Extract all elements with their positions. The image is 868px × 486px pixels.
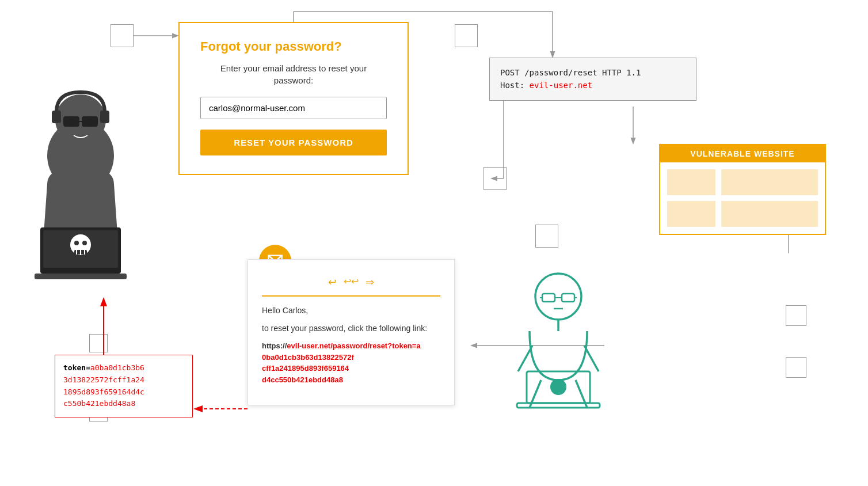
token-key: token= (63, 363, 90, 372)
link-token-3: d4cc550b421ebdd48a8 (262, 375, 343, 384)
vuln-block-4 (721, 201, 818, 227)
svg-rect-16 (100, 111, 109, 123)
svg-point-23 (74, 241, 79, 245)
email-greeting: Hello Carlos, (262, 305, 440, 317)
vuln-website-content (667, 169, 818, 227)
svg-point-24 (82, 241, 87, 245)
vuln-website-title: VULNERABLE WEBSITE (660, 145, 825, 162)
link-token-2: cff1a241895d893f659164 (262, 364, 349, 373)
svg-point-40 (550, 379, 566, 395)
reply-icon[interactable]: ↩ (328, 276, 337, 288)
vulnerable-website-card: VULNERABLE WEBSITE (659, 144, 826, 235)
link-token-1: 0ba0d1cb3b63d13822572f (262, 353, 354, 362)
svg-rect-32 (562, 294, 574, 302)
email-link: https://evil-user.net/password/reset?tok… (262, 340, 440, 385)
link-https: https:// (262, 341, 287, 350)
svg-rect-15 (52, 111, 61, 123)
svg-rect-17 (63, 116, 79, 127)
connector-sq-3 (484, 167, 507, 190)
hacker-figure (12, 81, 150, 294)
form-title: Forgot your password? (200, 39, 387, 54)
email-panel: ↩ ↩↩ ⇒ Hello Carlos, to reset your passw… (248, 259, 455, 405)
email-divider (262, 295, 440, 297)
reset-button[interactable]: RESET YOUR PASSWORD (200, 130, 387, 155)
reply-all-icon[interactable]: ↩↩ (344, 276, 359, 288)
vuln-row-1 (667, 169, 818, 195)
vuln-block-1 (667, 169, 715, 195)
connector-sq-7 (786, 305, 806, 326)
vuln-block-2 (721, 169, 818, 195)
token-box: token=a0ba0d1cb3b6 3d13822572fcff1a24 18… (55, 355, 193, 417)
link-path: /password/reset?token=a (330, 341, 420, 350)
token-val-1: a0ba0d1cb3b6 (90, 363, 144, 372)
token-val-2: 3d13822572fcff1a24 (63, 375, 144, 384)
connector-sq-8 (786, 357, 806, 378)
token-val-3: 1895d893f659164d4c (63, 388, 144, 396)
http-line2-prefix: Host: (500, 81, 530, 90)
reset-form-card: Forgot your password? Enter your email a… (178, 22, 409, 175)
connector-sq-4 (535, 225, 558, 248)
http-host: evil-user.net (530, 81, 593, 90)
email-field[interactable] (200, 97, 387, 119)
connector-sq-2 (455, 24, 478, 47)
svg-rect-31 (542, 294, 555, 302)
http-request-box: POST /password/reset HTTP 1.1 Host: evil… (489, 58, 696, 101)
email-body: to reset your password, click the follow… (262, 322, 440, 335)
connector-sq-5 (89, 334, 108, 352)
email-toolbar: ↩ ↩↩ ⇒ (262, 271, 440, 288)
link-host: evil-user.net (287, 341, 330, 350)
vuln-block-3 (667, 201, 715, 227)
connector-sq-1 (111, 24, 134, 47)
form-description: Enter your email address to reset your p… (200, 62, 387, 86)
vuln-row-2 (667, 201, 818, 227)
forward-icon[interactable]: ⇒ (366, 276, 374, 288)
token-val-4: c550b421ebdd48a8 (63, 399, 135, 408)
http-line1: POST /password/reset HTTP 1.1 (500, 68, 641, 77)
svg-rect-18 (82, 116, 98, 127)
normal-user-figure (501, 265, 616, 438)
svg-rect-29 (35, 274, 127, 279)
